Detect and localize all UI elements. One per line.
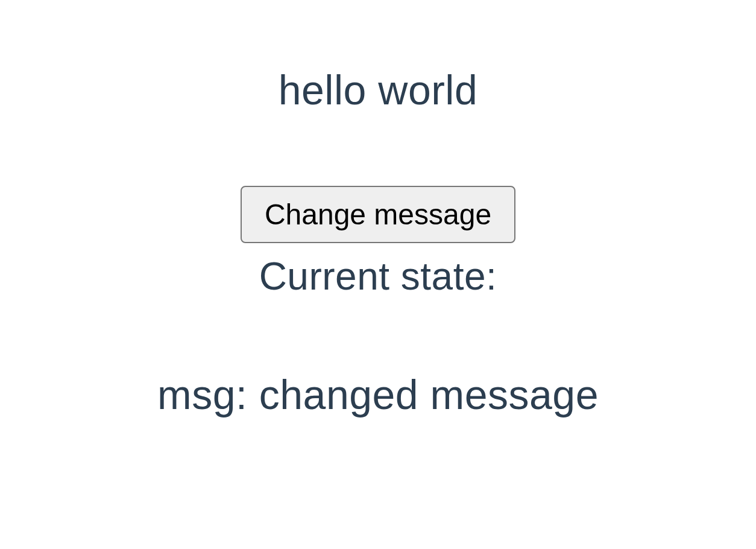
- current-state-label: Current state:: [0, 254, 756, 299]
- current-state-value: msg: changed message: [0, 371, 756, 418]
- page-heading: hello world: [0, 66, 756, 113]
- change-message-button[interactable]: Change message: [241, 186, 515, 243]
